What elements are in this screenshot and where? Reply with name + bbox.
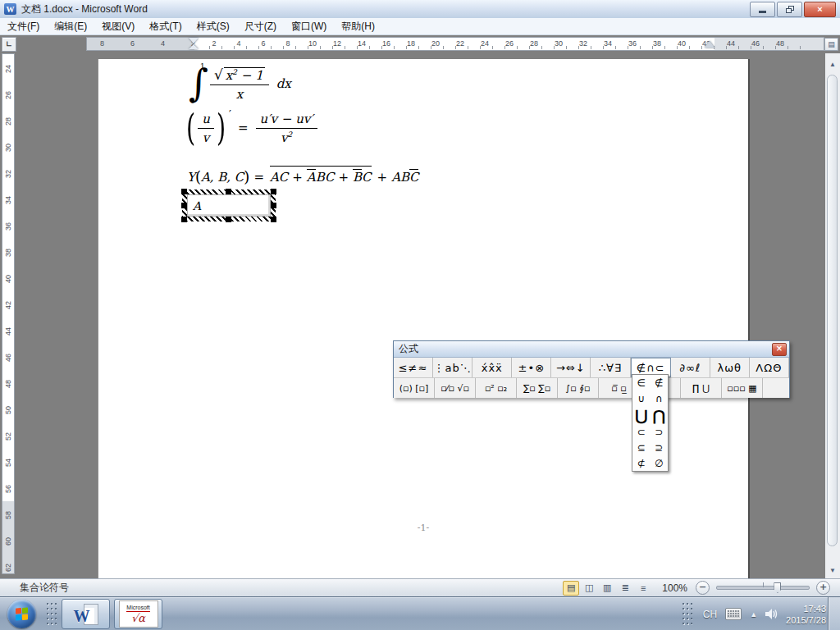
word-document-icon: W (74, 603, 98, 626)
resize-handle[interactable] (271, 189, 276, 194)
template-palette-button[interactable]: ▫² ▫₂ (476, 378, 517, 398)
taskbar-clock[interactable]: 17:43 2015/7/28 (786, 603, 826, 626)
keyboard-icon[interactable] (725, 608, 742, 620)
selected-equation-object[interactable]: A (182, 189, 276, 221)
menu-item[interactable]: 格式(T) (142, 18, 189, 35)
zoom-out-button[interactable]: − (696, 581, 710, 595)
equation-derivative: ( u v ) ′ = u′v − uv′ v2 (184, 110, 317, 146)
view-mode-buttons: ▤◫▥≣≡ (563, 581, 651, 596)
view-mode-button[interactable]: ▥ (599, 581, 615, 596)
template-palette-row: (▫) [▫]▫⁄▫ √▫▫² ▫₂∑▫ ∑▫∫▫ ∮▫▫̅ ▫̲∏ ⋃▫▫▫ … (394, 377, 789, 398)
scroll-down-button[interactable]: ▼ (825, 564, 840, 577)
restore-icon (786, 6, 794, 13)
set-symbols-dropdown-palette: ∈ ∉ ∪ ∩ ⋃ ⋂ ⊂ ⊃ ⊆ ⊇ ⊄ ∅ (632, 374, 669, 472)
symbol-palette-button[interactable]: ∴∀∃ (591, 358, 630, 377)
plus-icon: + (819, 582, 827, 592)
symbol-palette-button[interactable]: ≤≠≈ (394, 358, 433, 377)
zoom-level[interactable]: 100% (662, 582, 687, 594)
palette-symbol[interactable]: ∉ (651, 375, 669, 390)
document-page[interactable]: ∫ 1 0 √x2 − 1 x dx ( u v ) ′ = u′v − uv′… (98, 59, 748, 578)
taskbar-equation-button[interactable]: Microsoft √α (114, 599, 162, 629)
view-mode-button[interactable]: ◫ (581, 581, 597, 596)
scrollbar-thumb[interactable] (827, 75, 838, 546)
template-palette-button[interactable]: ∏ ⋃ (681, 378, 722, 398)
formula-toolbar-close-button[interactable]: × (772, 343, 787, 356)
show-desktop-button[interactable] (828, 597, 840, 630)
palette-symbol[interactable]: ∈ (632, 375, 651, 390)
tray-date: 2015/7/28 (786, 614, 826, 626)
palette-symbol[interactable]: ⊇ (651, 440, 669, 455)
template-palette-button[interactable]: ▫⁄▫ √▫ (435, 378, 476, 398)
toolbar-filler (763, 378, 804, 398)
resize-handle[interactable] (271, 217, 276, 222)
resize-handle[interactable] (181, 217, 187, 222)
vertical-scrollbar[interactable]: ▲ ▼ (825, 53, 840, 578)
tab-stop-selector[interactable]: ∟ (2, 37, 16, 52)
equation-edit-area[interactable]: A (187, 194, 271, 217)
formula-toolbar-window[interactable]: 公式 × ≤≠≈⋮ab⋱x́x̂ẍ±•⊗→⇔↓∴∀∃∉∩⊂∂∞ℓλωθΛΩΘ (… (393, 340, 790, 398)
menu-item[interactable]: 窗口(W) (284, 18, 334, 35)
symbol-palette-button[interactable]: →⇔↓ (551, 358, 591, 377)
system-tray: CH ▲ 17:43 2015/7/28 (703, 597, 826, 630)
palette-symbol[interactable]: ⊆ (632, 440, 651, 455)
start-button[interactable] (7, 600, 36, 628)
menu-item[interactable]: 视图(V) (94, 18, 142, 35)
symbol-palette-button[interactable]: λωθ (710, 358, 750, 377)
zoom-slider[interactable] (716, 586, 810, 590)
palette-symbol[interactable]: ⋃ (632, 406, 651, 424)
palette-symbol[interactable]: ⋂ (651, 406, 669, 424)
taskbar-word-button[interactable]: W (62, 599, 110, 629)
resize-handle[interactable] (226, 189, 231, 194)
close-icon: × (817, 4, 822, 14)
equation-integral: ∫ 1 0 √x2 − 1 x dx (189, 62, 291, 105)
scroll-up-button[interactable]: ▲ (825, 57, 840, 71)
palette-symbol[interactable]: ∪ (632, 390, 651, 406)
close-button[interactable]: × (804, 2, 836, 17)
template-palette-button[interactable]: ∑▫ ∑▫ (517, 378, 558, 398)
menu-item[interactable]: 编辑(E) (47, 18, 94, 35)
formula-toolbar-title: 公式 (399, 342, 418, 356)
palette-symbol[interactable]: ∅ (651, 455, 669, 471)
symbol-palette-button[interactable]: ΛΩΘ (750, 358, 789, 377)
menu-item[interactable]: 样式(S) (189, 18, 237, 35)
view-mode-button[interactable]: ▤ (563, 581, 579, 596)
menu-item[interactable]: 文件(F) (0, 18, 47, 35)
template-palette-button[interactable]: ∫▫ ∮▫ (558, 378, 599, 398)
palette-symbol[interactable]: ⊃ (651, 424, 669, 440)
zoom-in-button[interactable]: + (816, 581, 830, 595)
menu-item[interactable]: 帮助(H) (334, 18, 382, 35)
minimize-button[interactable] (750, 2, 775, 17)
resize-handle[interactable] (181, 189, 187, 194)
restore-button[interactable] (777, 2, 802, 17)
palette-symbol[interactable]: ∩ (651, 390, 669, 406)
resize-handle[interactable] (226, 217, 231, 222)
word-app-icon: W (4, 3, 16, 15)
equation-editor-icon: Microsoft √α (119, 600, 158, 628)
vertical-ruler[interactable]: 2426283032343638404244464850525456 58606… (2, 53, 15, 574)
template-palette-button[interactable]: (▫) [▫] (394, 378, 435, 398)
status-message: 集合论符号 (0, 581, 69, 595)
language-indicator[interactable]: CH (703, 609, 717, 620)
zoom-slider-thumb[interactable] (774, 582, 781, 593)
indent-marker[interactable] (189, 38, 199, 52)
view-mode-button[interactable]: ≡ (635, 581, 651, 596)
menu-item[interactable]: 尺寸(Z) (237, 18, 284, 35)
formula-toolbar-titlebar[interactable]: 公式 × (394, 341, 789, 358)
speaker-icon[interactable] (765, 609, 778, 619)
template-palette-button[interactable]: ▫▫▫ ▦ (722, 378, 763, 398)
hidden-icons-arrow[interactable]: ▲ (750, 610, 757, 619)
resize-handle[interactable] (181, 203, 187, 208)
right-margin-marker[interactable] (705, 41, 714, 48)
symbol-palette-button[interactable]: ∂∞ℓ (671, 358, 710, 377)
resize-handle[interactable] (271, 203, 276, 208)
horizontal-ruler[interactable]: 8642 24681012141618202224262830323436384… (86, 37, 824, 51)
palette-symbol[interactable]: ⊄ (632, 455, 651, 471)
symbol-palette-button[interactable]: ±•⊗ (512, 358, 551, 377)
ruler-toggle-button[interactable]: ▤ (824, 38, 838, 51)
symbol-palette-button[interactable]: ⋮ab⋱ (433, 358, 472, 377)
palette-symbol[interactable]: ⊂ (632, 424, 651, 440)
view-mode-button[interactable]: ≣ (617, 581, 633, 596)
symbol-palette-button[interactable]: x́x̂ẍ (472, 358, 512, 377)
window-title: 文档 1.docx - Microsoft Word (21, 2, 148, 16)
symbol-palette-row: ≤≠≈⋮ab⋱x́x̂ẍ±•⊗→⇔↓∴∀∃∉∩⊂∂∞ℓλωθΛΩΘ (394, 358, 789, 377)
